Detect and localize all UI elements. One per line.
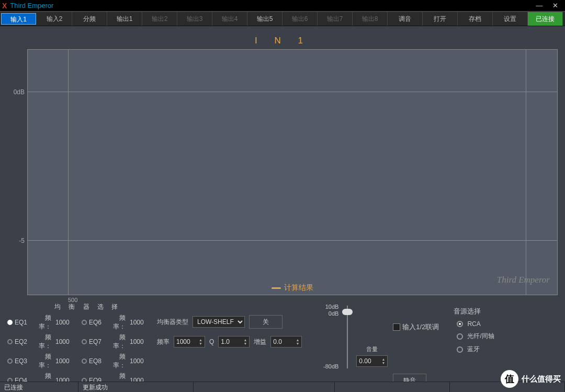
tab-out5[interactable]: 输出5 [247, 12, 282, 26]
y-tick-neg5: -5 [8, 237, 25, 244]
q-spinner[interactable]: 1.0▲▼ [218, 336, 250, 348]
gain-label: 增益 [254, 338, 266, 346]
tab-bar: 输入1输入2分频输出1输出2输出3输出4输出5输出6输出7输出8调音打开存档设置… [0, 12, 565, 26]
status-message: 更新成功 [78, 382, 194, 392]
close-button[interactable]: ✕ [547, 1, 563, 11]
volume-label: 音量 [366, 345, 378, 353]
tab-set[interactable]: 设置 [493, 12, 528, 26]
q-label: Q [209, 338, 214, 345]
eq-row-eq7[interactable]: EQ7频率：1000 [82, 333, 146, 351]
radio-icon [82, 359, 87, 364]
tab-out2: 输出2 [142, 12, 177, 26]
eq-row-eq3[interactable]: EQ3频率：1000 [7, 352, 72, 370]
tab-out4: 输出4 [212, 12, 247, 26]
tab-in2[interactable]: 输入2 [37, 12, 72, 26]
radio-icon [457, 346, 463, 353]
source-option-bt[interactable]: 蓝牙 [454, 345, 494, 354]
radio-icon [7, 359, 13, 364]
eq-off-button[interactable]: 关 [249, 315, 282, 329]
radio-icon [457, 321, 463, 327]
watermark-text: Third Emperor [497, 275, 550, 285]
status-connection: 已连接 [0, 382, 78, 392]
minimize-button[interactable]: — [532, 1, 547, 11]
eq-row-eq1[interactable]: EQ1频率：1000 [7, 313, 72, 331]
eq-select-panel: 均 衡 器 选 择 EQ1频率：1000EQ2频率：1000EQ3频率：1000… [7, 303, 146, 392]
eq-row-eq8[interactable]: EQ8频率：1000 [82, 352, 146, 370]
eq-chart[interactable]: 0dB -5 500 计算结果 Third Emperor [27, 49, 558, 295]
tab-out7: 输出7 [318, 12, 353, 26]
volume-scale: 10dB 0dB -80dB [322, 304, 338, 369]
badge-icon: 值 [501, 370, 518, 388]
gain-spinner[interactable]: 0.0▲▼ [270, 336, 302, 348]
tab-conn[interactable]: 已连接 [528, 12, 563, 26]
status-bar: 已连接 更新成功 [0, 382, 565, 392]
tab-tune[interactable]: 调音 [388, 12, 423, 26]
radio-icon [82, 339, 87, 344]
source-option-optical[interactable]: 光纤/同轴 [454, 332, 494, 341]
volume-slider[interactable] [344, 306, 351, 368]
tab-out8: 输出8 [353, 12, 388, 26]
app-logo: X [2, 2, 7, 10]
y-tick-0db: 0dB [8, 88, 25, 96]
radio-icon [457, 333, 463, 340]
eq-type-label: 均衡器类型 [157, 318, 188, 327]
source-option-rca[interactable]: RCA [454, 320, 494, 328]
source-title: 音源选择 [454, 307, 494, 316]
controls-band: 均 衡 器 选 择 EQ1频率：1000EQ2频率：1000EQ3频率：1000… [7, 303, 558, 392]
eq-select-title: 均 衡 器 选 择 [54, 303, 146, 311]
freq-spinner[interactable]: 1000▲▼ [174, 336, 205, 348]
freq-label: 频率 [157, 338, 170, 346]
eq-row-eq6[interactable]: EQ6频率：1000 [82, 313, 146, 331]
x-tick-500: 500 [68, 297, 77, 303]
chart-legend: 计算结果 [272, 283, 313, 293]
radio-icon [7, 339, 13, 344]
tab-out6: 输出6 [282, 12, 318, 26]
volume-spinner[interactable]: 0.00▲▼ [356, 355, 388, 367]
source-panel: 音源选择 RCA光纤/同轴蓝牙 [454, 303, 494, 392]
eq-param-panel: 均衡器类型 LOW-SHELF 关 频率 1000▲▼ Q 1.0▲▼ 增益 0… [157, 303, 302, 392]
title-bar: X Third Emperor — ✕ [0, 0, 565, 12]
volume-panel: 10dB 0dB -80dB 音量 0.00▲▼ 输入1/2联调 静音 [322, 303, 439, 392]
site-watermark: 值 什么值得买 [501, 370, 561, 388]
eq-row-eq2[interactable]: EQ2频率：1000 [7, 333, 72, 351]
eq-type-select[interactable]: LOW-SHELF [193, 316, 245, 328]
main-panel: I N 1 0dB -5 500 计算结果 Third Emperor 均 衡 … [0, 26, 565, 382]
app-title: Third Emperor [10, 2, 53, 9]
radio-icon [7, 320, 13, 325]
link-input-checkbox[interactable]: 输入1/2联调 [393, 322, 439, 332]
tab-open[interactable]: 打开 [423, 12, 458, 26]
chart-title: I N 1 [7, 33, 558, 49]
tab-out3: 输出3 [177, 12, 212, 26]
tab-in1[interactable]: 输入1 [1, 13, 36, 25]
tab-out1[interactable]: 输出1 [107, 12, 142, 26]
checkbox-icon [393, 323, 400, 331]
radio-icon [82, 320, 87, 325]
tab-xover[interactable]: 分频 [72, 12, 107, 26]
tab-save[interactable]: 存档 [458, 12, 493, 26]
